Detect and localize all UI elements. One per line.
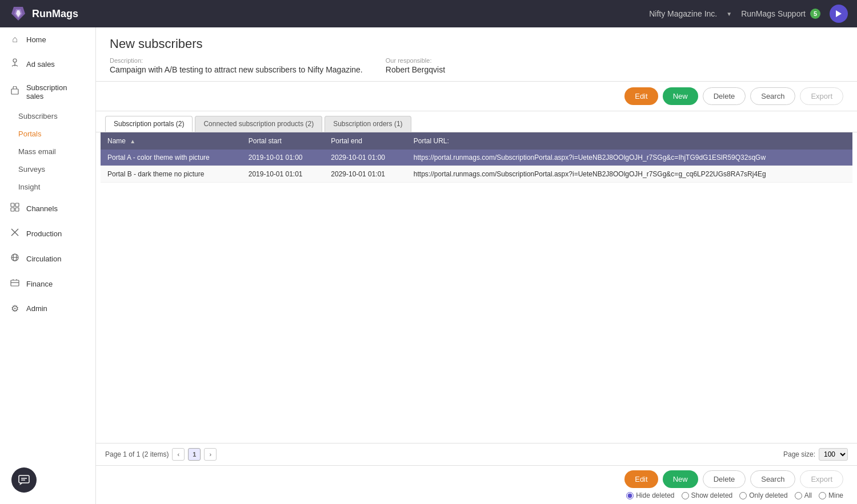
sidebar-item-production-label: Production <box>26 229 62 238</box>
data-table: Name ▲ Portal start Portal end Portal UR… <box>101 132 852 183</box>
sidebar-item-subscription-sales[interactable]: Subscription sales <box>0 76 95 107</box>
cell-1: 2019-10-01 01:01 <box>242 166 325 183</box>
finance-icon <box>9 278 21 289</box>
cell-0: Portal A - color theme with picture <box>101 150 242 166</box>
nav-arrow-icon <box>834 9 844 19</box>
col-name[interactable]: Name ▲ <box>101 132 242 150</box>
responsible-value: Robert Bergqvist <box>386 65 445 74</box>
cell-2: 2029-10-01 01:01 <box>324 166 407 183</box>
page-1-button[interactable]: 1 <box>188 448 201 461</box>
chat-button[interactable] <box>11 467 37 493</box>
bottom-toolbar-row1: Edit New Delete Search Export <box>110 470 843 488</box>
edit-button[interactable]: Edit <box>624 87 658 105</box>
main-layout: ⌂ Home Ad sales Subscription sales Subsc… <box>0 27 857 504</box>
bottom-export-button[interactable]: Export <box>800 470 843 488</box>
sidebar-item-subscription-sales-label: Subscription sales <box>26 83 86 100</box>
svg-rect-20 <box>19 475 29 483</box>
subscription-sales-icon <box>9 86 21 98</box>
channels-icon <box>9 203 21 214</box>
radio-hide-deleted[interactable]: Hide deleted <box>626 491 674 499</box>
page-header: New subscribers Description: Campaign wi… <box>96 27 857 82</box>
radio-only-deleted[interactable]: Only deleted <box>739 491 787 499</box>
svg-point-4 <box>13 59 17 62</box>
col-portal-url[interactable]: Portal URL: <box>407 132 852 150</box>
table-row[interactable]: Portal A - color theme with picture2019-… <box>101 150 852 166</box>
tab-orders[interactable]: Subscription orders (1) <box>325 116 411 132</box>
export-button[interactable]: Export <box>800 87 843 105</box>
bottom-toolbar-row2: Hide deleted Show deleted Only deleted A… <box>110 491 843 499</box>
svg-rect-16 <box>11 280 19 286</box>
sidebar-item-ad-sales-label: Ad sales <box>26 60 55 68</box>
prev-page-button[interactable]: ‹ <box>172 448 185 461</box>
subscription-submenu: Subscribers Portals Mass email Surveys I… <box>0 107 95 196</box>
submenu-subscribers[interactable]: Subscribers <box>0 107 95 125</box>
radio-mine[interactable]: Mine <box>819 491 843 499</box>
page-size-label: Page size: <box>783 450 815 458</box>
col-portal-start[interactable]: Portal start <box>242 132 325 150</box>
radio-show-deleted[interactable]: Show deleted <box>682 491 733 499</box>
logo-icon <box>9 5 27 23</box>
user-name: RunMags Support <box>741 9 806 18</box>
ad-sales-icon <box>9 58 21 70</box>
sidebar-item-home-label: Home <box>26 35 46 44</box>
bottom-new-button[interactable]: New <box>663 470 698 488</box>
submenu-portals[interactable]: Portals <box>0 125 95 143</box>
data-table-wrapper: Name ▲ Portal start Portal end Portal UR… <box>96 132 857 443</box>
next-page-button[interactable]: › <box>204 448 217 461</box>
user-area: RunMags Support 5 <box>741 9 820 19</box>
header-right: Nifty Magazine Inc. ▼ RunMags Support 5 <box>649 5 848 23</box>
table-section: Subscription portals (2) Connected subsc… <box>96 111 857 465</box>
cell-3: https://portal.runmags.com/SubscriptionP… <box>407 166 852 183</box>
responsible-label: Our responsible: <box>386 57 445 64</box>
sidebar-item-finance-label: Finance <box>26 280 53 288</box>
content-area: New subscribers Description: Campaign wi… <box>96 27 857 504</box>
bottom-search-button[interactable]: Search <box>750 470 795 488</box>
page-meta: Description: Campaign with A/B testing t… <box>110 57 843 74</box>
table-row[interactable]: Portal B - dark theme no picture2019-10-… <box>101 166 852 183</box>
pagination-info: Page 1 of 1 (2 items) <box>105 450 169 458</box>
cell-0: Portal B - dark theme no picture <box>101 166 242 183</box>
submenu-surveys[interactable]: Surveys <box>0 160 95 178</box>
responsible-block: Our responsible: Robert Bergqvist <box>386 57 445 74</box>
tabs-bar: Subscription portals (2) Connected subsc… <box>96 111 857 132</box>
table-header-row: Name ▲ Portal start Portal end Portal UR… <box>101 132 852 150</box>
pagination-right: Page size: 100 50 25 <box>783 448 848 461</box>
tab-portals[interactable]: Subscription portals (2) <box>105 116 193 132</box>
notification-badge[interactable]: 5 <box>810 9 820 19</box>
admin-icon: ⚙ <box>9 303 21 314</box>
sidebar-item-home[interactable]: ⌂ Home <box>0 27 95 51</box>
svg-rect-9 <box>11 208 14 211</box>
bottom-toolbar: Edit New Delete Search Export Hide delet… <box>96 465 857 504</box>
submenu-insight[interactable]: Insight <box>0 178 95 196</box>
submenu-mass-email[interactable]: Mass email <box>0 143 95 160</box>
chat-icon <box>18 474 30 486</box>
new-button[interactable]: New <box>663 87 698 105</box>
radio-all[interactable]: All <box>795 491 812 499</box>
sidebar-item-finance[interactable]: Finance <box>0 271 95 296</box>
bottom-delete-button[interactable]: Delete <box>703 470 746 488</box>
cell-3: https://portal.runmags.com/SubscriptionP… <box>407 150 852 166</box>
sidebar-item-admin[interactable]: ⚙ Admin <box>0 296 95 321</box>
sidebar-item-ad-sales[interactable]: Ad sales <box>0 51 95 76</box>
top-toolbar: Edit New Delete Search Export <box>96 82 857 111</box>
cell-2: 2029-10-01 01:00 <box>324 150 407 166</box>
sidebar-item-channels[interactable]: Channels <box>0 196 95 221</box>
org-dropdown-icon[interactable]: ▼ <box>726 11 732 17</box>
sidebar-item-production[interactable]: Production <box>0 221 95 246</box>
description-block: Description: Campaign with A/B testing t… <box>110 57 363 74</box>
col-portal-end[interactable]: Portal end <box>324 132 407 150</box>
nav-icon-button[interactable] <box>830 5 848 23</box>
svg-marker-3 <box>836 10 842 17</box>
bottom-edit-button[interactable]: Edit <box>624 470 658 488</box>
sidebar-item-circulation-label: Circulation <box>26 255 61 263</box>
page-size-select[interactable]: 100 50 25 <box>819 448 848 461</box>
tab-products[interactable]: Connected subscription products (2) <box>195 116 322 132</box>
delete-button[interactable]: Delete <box>703 87 746 105</box>
page-title: New subscribers <box>110 37 843 51</box>
search-button[interactable]: Search <box>750 87 795 105</box>
svg-rect-8 <box>15 203 19 207</box>
sidebar-item-circulation[interactable]: Circulation <box>0 246 95 271</box>
sort-icon: ▲ <box>130 138 135 144</box>
cell-1: 2019-10-01 01:00 <box>242 150 325 166</box>
description-label: Description: <box>110 57 363 64</box>
